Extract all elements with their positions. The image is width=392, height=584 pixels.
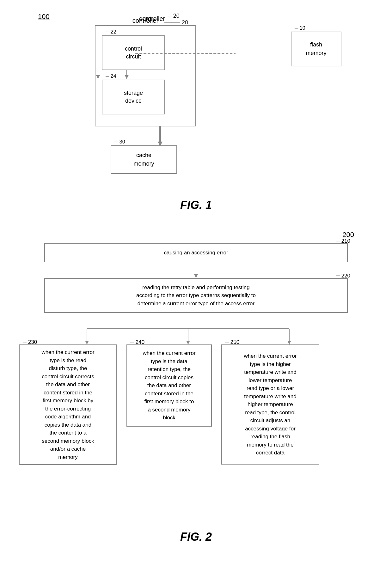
svg-text:20: 20 — [182, 19, 188, 26]
flow-box-240: ─ 240 when the current error type is the… — [126, 344, 212, 427]
svg-marker-2 — [159, 142, 162, 145]
flow-label-230: when the current error type is the read … — [41, 348, 94, 461]
flow-box-220: ─ 220 reading the retry table and perfor… — [44, 278, 348, 313]
svg-marker-10 — [158, 142, 162, 145]
fig1-diagram: ─ 20 controller ─ 22 control circuit ─ 2… — [44, 9, 348, 193]
svg-marker-13 — [194, 274, 198, 278]
controller-label-above: controller — [139, 15, 165, 22]
flow-label-240: when the current error type is the data … — [143, 349, 195, 422]
svg-marker-21 — [287, 341, 291, 344]
fig2-title: FIG. 2 — [180, 530, 212, 544]
storage-device-label: storage device — [124, 89, 143, 105]
fig2-section: 200 ─ 210 causing an accessing error ─ 2… — [13, 231, 379, 547]
flow-label-210: causing an accessing error — [164, 249, 228, 257]
flow-ref-230: ─ 230 — [23, 338, 37, 346]
page-container: 100 ─ 20 controller ─ 22 — [0, 0, 392, 584]
storage-device-box: ─ 24 storage device — [102, 80, 165, 114]
svg-marker-17 — [85, 341, 89, 344]
fig1-section: 100 ─ 20 controller ─ 22 — [13, 9, 379, 218]
flow-ref-250: ─ 250 — [225, 338, 239, 346]
flash-memory-ref: ─ 10 — [295, 25, 305, 31]
flow-box-250: ─ 250 when the current error type is the… — [221, 344, 319, 465]
cache-memory-label: cache memory — [133, 151, 154, 168]
fig1-title: FIG. 1 — [180, 198, 212, 212]
flow-box-230: ─ 230 when the current error type is the… — [19, 344, 117, 465]
flash-memory-label: flash memory — [306, 40, 326, 58]
flow-ref-210: ─ 210 — [336, 237, 350, 245]
flow-label-220: reading the retry table and performing t… — [136, 283, 256, 308]
flash-memory-box: ─ 10 flash memory — [291, 32, 341, 66]
controller-box: ─ 20 controller ─ 22 control circuit ─ 2… — [95, 25, 196, 126]
control-circuit-label: control circuit — [125, 45, 142, 61]
flow-label-250: when the current error type is the highe… — [244, 352, 297, 457]
flow-box-210: ─ 210 causing an accessing error — [44, 243, 348, 262]
control-circuit-box: ─ 22 control circuit — [102, 35, 165, 70]
controller-ref-label: ─ 20 — [168, 13, 180, 19]
flow-ref-220: ─ 220 — [336, 272, 350, 280]
svg-marker-19 — [186, 341, 190, 344]
flow-ref-240: ─ 240 — [130, 338, 144, 346]
storage-device-ref: ─ 24 — [106, 73, 116, 79]
svg-marker-6 — [125, 75, 129, 79]
cache-memory-box: ─ 30 cache memory — [111, 145, 177, 174]
control-circuit-ref: ─ 22 — [106, 29, 116, 35]
cache-memory-ref: ─ 30 — [114, 139, 125, 145]
